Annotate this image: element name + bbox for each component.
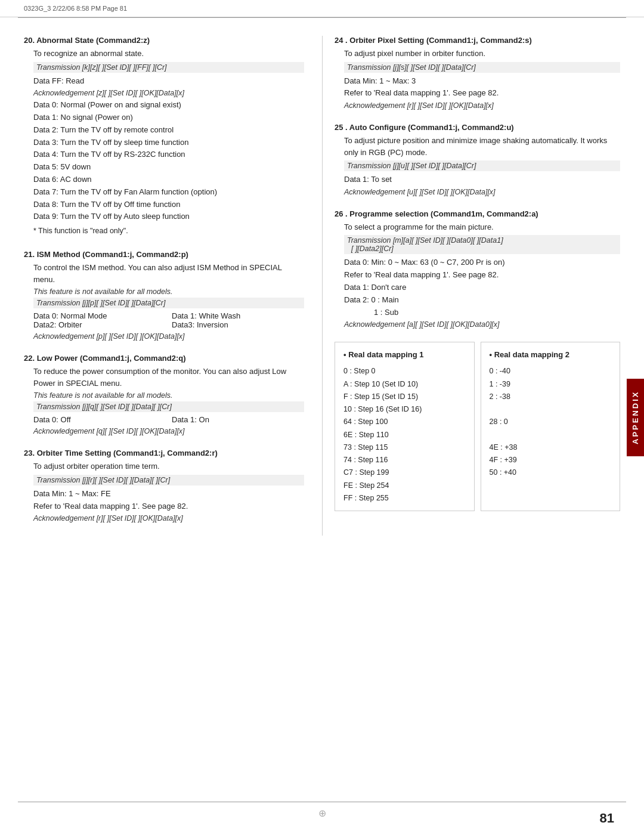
mapping-line: 28 : 0 [490,416,612,428]
mapping-box-2: • Real data mapping 2 0 : -40 1 : -39 2 … [481,342,621,511]
section-26-data1: Data 1: Don't care [344,282,620,294]
section-25-data1: Data 1: To set [344,174,620,186]
section-26-body: To select a programme for the main pictu… [344,221,620,329]
mapping-line: A : Step 10 (Set ID 10) [343,378,466,391]
section-26-sub: 1 : Sub [374,307,620,319]
bottom-center-mark: ⊕ [318,808,326,819]
page-content: 20. Abnormal State (Command2:z) To recog… [0,18,644,559]
section-22: 22. Low Power (Command1:j, Command2:q) T… [24,354,304,435]
section-23-body: To adjust orbiter operation time term. T… [33,460,304,522]
mapping-line: FE : Step 254 [343,480,466,492]
section-22-ack: Acknowledgement [q][ ][Set ID][ ][OK][Da… [33,427,304,435]
mapping-line: FF : Step 255 [343,492,466,505]
data-ff-read: Data FF: Read [33,75,304,88]
section-24-transmission: Transmission [j][s][ ][Set ID][ ][Data][… [344,62,620,73]
mapping-container: • Real data mapping 1 0 : Step 0 A : Ste… [335,342,620,511]
data-table-item: Data3: Inversion [172,320,304,329]
section-26-title: 26 . Programme selection (Command1m, Com… [335,209,620,218]
section-21-desc: To control the ISM method. You can also … [33,262,304,285]
section-20-desc: To recognize an abnormal state. [33,48,304,60]
mapping-line: 50 : +40 [490,466,612,479]
section-24: 24 . Orbiter Pixel Setting (Command1:j, … [335,36,620,110]
left-column: 20. Abnormal State (Command2:z) To recog… [24,36,322,536]
readonly-note: * This function is "read only". [33,225,304,237]
section-23-data-min: Data Min: 1 ~ Max: FE [33,488,304,500]
mapping-line: 73 : Step 115 [343,441,466,454]
mapping-line: 6E : Step 110 [343,429,466,441]
section-23-title: 23. Orbiter Time Setting (Command1:j, Co… [24,449,304,457]
mapping-line: 74 : Step 116 [343,454,466,466]
mapping-line: 0 : -40 [490,365,612,378]
data-9-autosleep: Data 9: Turn the TV off by Auto sleep fu… [33,211,304,223]
mapping-1-title: • Real data mapping 1 [343,348,466,361]
section-26-data0: Data 0: Min: 0 ~ Max: 63 (0 ~ C7, 200 Pr… [344,256,620,269]
section-22-transmission: Transmission [j][q][ ][Set ID][ ][Data][… [33,401,304,412]
mapping-line: F : Step 15 (Set ID 15) [343,391,466,403]
section-20-title: 20. Abnormal State (Command2:z) [24,36,304,45]
section-26: 26 . Programme selection (Command1m, Com… [335,209,620,329]
section-22-italic-note: This feature is not available for all mo… [33,391,304,400]
data-table-item: Data2: Orbiter [33,320,166,329]
appendix-sidebar: APPENDIX [627,379,644,456]
data-table-item: Data 0: Normal Mode [33,311,166,320]
section-23-ack: Acknowledgement [r][ ][Set ID][ ][OK][Da… [33,514,304,522]
section-26-transmission: Transmission [m][a][ ][Set ID][ ][Data0]… [344,235,620,254]
section-21-ack: Acknowledgement [p][ ][Set ID][ ][OK][Da… [33,332,304,341]
section-22-desc: To reduce the power consumption of the m… [33,366,304,389]
mapping-box-1: • Real data mapping 1 0 : Step 0 A : Ste… [335,342,475,511]
header-text: 0323G_3 2/22/06 8:58 PM Page 81 [24,5,127,12]
section-21-data-table: Data 0: Normal Mode Data 1: White Wash D… [33,311,304,329]
section-22-title: 22. Low Power (Command1:j, Command2:q) [24,354,304,363]
mapping-line [490,403,612,416]
section-26-desc: To select a programme for the main pictu… [344,221,620,233]
section-25-desc: To adjust picture position and minimize … [344,135,620,158]
data-3-sleep: Data 3: Turn the TV off by sleep time fu… [33,137,304,149]
mapping-line: 4E : +38 [490,441,612,454]
section-23-refer: Refer to 'Real data mapping 1'. See page… [33,500,304,513]
section-25-transmission: Transmission [j][u][ ][Set ID][ ][Data][… [344,160,620,171]
mapping-line: C7 : Step 199 [343,466,466,479]
section-23-transmission: Transmission [j][r][ ][Set ID][ ][Data][… [33,475,304,486]
right-column: 24 . Orbiter Pixel Setting (Command1:j, … [322,36,620,536]
mapping-line [490,429,612,441]
data-5-5v: Data 5: 5V down [33,161,304,174]
section-20-transmission: Transmission [k][z][ ][Set ID][ ][FF][ ]… [33,62,304,73]
mapping-line: 10 : Step 16 (Set ID 16) [343,403,466,416]
section-20: 20. Abnormal State (Command2:z) To recog… [24,36,304,237]
section-21-body: To control the ISM method. You can also … [33,262,304,341]
section-22-body: To reduce the power consumption of the m… [33,366,304,435]
page-number: 81 [600,811,614,826]
data-table-item: Data 1: White Wash [172,311,304,320]
appendix-label: APPENDIX [631,391,640,444]
section-22-data-table: Data 0: Off Data 1: On [33,415,304,424]
section-26-refer: Refer to 'Real data mapping 1'. See page… [344,269,620,282]
section-26-data2: Data 2: 0 : Main [344,294,620,307]
section-23: 23. Orbiter Time Setting (Command1:j, Co… [24,449,304,522]
data-6-ac: Data 6: AC down [33,174,304,186]
section-23-desc: To adjust orbiter operation time term. [33,460,304,472]
section-24-body: To adjust pixel number in orbiter functi… [344,48,620,110]
section-24-title: 24 . Orbiter Pixel Setting (Command1:j, … [335,36,620,45]
mapping-line: 0 : Step 0 [343,365,466,378]
mapping-line: 64 : Step 100 [343,416,466,428]
mapping-1-lines: 0 : Step 0 A : Step 10 (Set ID 10) F : S… [343,365,466,505]
data-8-offtime: Data 8: Turn the TV off by Off time func… [33,199,304,211]
data-4-rs232: Data 4: Turn the TV off by RS-232C funct… [33,149,304,161]
section-21-transmission: Transmission [j][p][ ][Set ID][ ][Data][… [33,298,304,308]
section-25: 25 . Auto Configure (Command1:j, Command… [335,123,620,196]
section-24-desc: To adjust pixel number in orbiter functi… [344,48,620,60]
section-25-ack: Acknowledgement [u][ ][Set ID][ ][OK][Da… [344,188,620,196]
section-24-refer: Refer to 'Real data mapping 1'. See page… [344,87,620,100]
section-24-ack: Acknowledgement [r][ ][Set ID][ ][OK][Da… [344,101,620,110]
data-0-normal: Data 0: Normal (Power on and signal exis… [33,99,304,112]
mapping-line: 1 : -39 [490,378,612,391]
mapping-line: 4F : +39 [490,454,612,466]
section-21-title: 21. ISM Method (Command1:j, Command2:p) [24,250,304,259]
section-21: 21. ISM Method (Command1:j, Command2:p) … [24,250,304,341]
section-25-title: 25 . Auto Configure (Command1:j, Command… [335,123,620,132]
data-2-remote: Data 2: Turn the TV off by remote contro… [33,124,304,137]
section-26-ack: Acknowledgement [a][ ][Set ID][ ][OK][Da… [344,320,620,329]
data-7-fan: Data 7: Turn the TV off by Fan Alarm fun… [33,186,304,199]
mapping-2-lines: 0 : -40 1 : -39 2 : -38 28 : 0 4E : +38 … [490,365,612,479]
section-21-italic-note: This feature is not available for all mo… [33,287,304,296]
